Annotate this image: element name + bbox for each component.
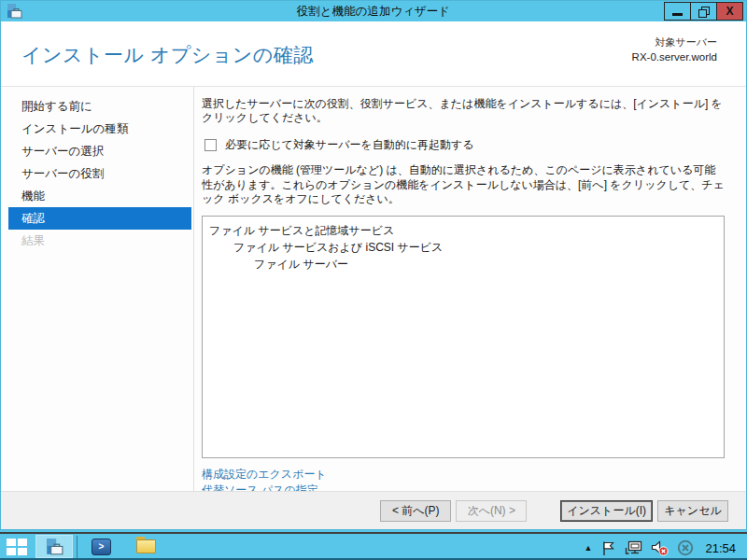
target-server-name: RX-0.server.world bbox=[632, 51, 717, 63]
wizard-footer: < 前へ(P) 次へ(N) > インストール(I) キャンセル bbox=[1, 491, 746, 529]
action-center-flag-icon[interactable] bbox=[600, 540, 616, 556]
restart-checkbox-label[interactable]: 必要に応じて対象サーバーを自動的に再起動する bbox=[225, 137, 474, 153]
taskbar-file-explorer[interactable] bbox=[136, 539, 156, 553]
wizard-window: 役割と機能の追加ウィザード X インストール オプションの確認 対象サーバー R… bbox=[0, 0, 747, 530]
cancel-button[interactable]: キャンセル bbox=[657, 500, 728, 522]
wizard-header: インストール オプションの確認 対象サーバー RX-0.server.world bbox=[1, 21, 746, 87]
sidebar-item-before-you-begin[interactable]: 開始する前に bbox=[8, 95, 191, 118]
list-item: ファイル サービスおよび iSCSI サービス bbox=[203, 239, 724, 256]
previous-button[interactable]: < 前へ(P) bbox=[380, 500, 451, 522]
target-server-label: 対象サーバー bbox=[632, 35, 717, 49]
wizard-body: 開始する前に インストールの種類 サーバーの選択 サーバーの役割 機能 確認 結… bbox=[1, 87, 746, 491]
start-button[interactable] bbox=[7, 539, 27, 555]
wizard-buttons: < 前へ(P) 次へ(N) > インストール(I) キャンセル bbox=[375, 500, 728, 522]
export-settings-link[interactable]: 構成設定のエクスポート bbox=[202, 467, 725, 483]
restore-icon bbox=[698, 7, 710, 17]
network-icon[interactable] bbox=[625, 540, 642, 556]
minimize-icon bbox=[672, 13, 683, 16]
sidebar-item-server-selection[interactable]: サーバーの選択 bbox=[8, 140, 191, 162]
desktop: 役割と機能の追加ウィザード X インストール オプションの確認 対象サーバー R… bbox=[0, 0, 747, 560]
restore-button[interactable] bbox=[690, 2, 717, 21]
install-button[interactable]: インストール(I) bbox=[560, 500, 653, 522]
tray-expand-icon[interactable]: ▲ bbox=[585, 543, 593, 553]
close-button[interactable]: X bbox=[716, 2, 743, 21]
sidebar-item-features[interactable]: 機能 bbox=[8, 185, 191, 207]
target-server-info: 対象サーバー RX-0.server.world bbox=[632, 35, 717, 63]
windows-logo-icon bbox=[18, 548, 27, 555]
optional-features-note: オプションの機能 (管理ツールなど) は、自動的に選択されるため、このページに表… bbox=[202, 163, 725, 207]
powershell-icon: > bbox=[99, 541, 105, 552]
next-button: 次へ(N) > bbox=[456, 500, 527, 522]
sidebar-item-installation-type[interactable]: インストールの種類 bbox=[8, 118, 191, 140]
list-item: ファイル サービスと記憶域サービス bbox=[203, 222, 724, 239]
selected-items-list: ファイル サービスと記憶域サービス ファイル サービスおよび iSCSI サービ… bbox=[202, 216, 725, 458]
list-item: ファイル サーバー bbox=[203, 256, 724, 273]
windows-logo-icon bbox=[7, 539, 16, 546]
titlebar[interactable]: 役割と機能の追加ウィザード X bbox=[1, 1, 746, 21]
window-title: 役割と機能の追加ウィザード bbox=[1, 4, 746, 20]
taskbar: > ▲ bbox=[0, 532, 747, 560]
volume-muted-icon[interactable] bbox=[651, 540, 669, 556]
windows-logo-icon bbox=[18, 539, 27, 546]
window-controls: X bbox=[665, 2, 743, 21]
sidebar-item-confirmation[interactable]: 確認 bbox=[8, 207, 191, 230]
close-icon: X bbox=[726, 6, 733, 17]
windows-logo-icon bbox=[7, 548, 16, 555]
taskbar-separator bbox=[77, 536, 78, 558]
taskbar-powershell[interactable]: > bbox=[92, 539, 111, 555]
sidebar-item-server-roles[interactable]: サーバーの役割 bbox=[8, 162, 191, 185]
taskbar-clock[interactable]: 21:54 bbox=[705, 541, 736, 555]
system-tray: ▲ 21:54 bbox=[576, 536, 736, 560]
confirmation-page-content: 選択したサーバーに次の役割、役割サービス、または機能をインストールするには、[イ… bbox=[195, 87, 746, 491]
intro-text: 選択したサーバーに次の役割、役割サービス、または機能をインストールするには、[イ… bbox=[202, 97, 725, 125]
status-circle-x-icon[interactable] bbox=[677, 539, 694, 556]
server-manager-icon bbox=[45, 538, 63, 556]
restart-checkbox[interactable] bbox=[204, 139, 217, 151]
page-title: インストール オプションの確認 bbox=[21, 42, 314, 68]
taskbar-server-manager-active[interactable] bbox=[35, 535, 73, 558]
sidebar-item-results: 結果 bbox=[8, 230, 191, 252]
restart-checkbox-row: 必要に応じて対象サーバーを自動的に再起動する bbox=[202, 137, 725, 153]
minimize-button[interactable] bbox=[664, 2, 691, 21]
wizard-steps-sidebar: 開始する前に インストールの種類 サーバーの選択 サーバーの役割 機能 確認 結… bbox=[1, 87, 194, 491]
